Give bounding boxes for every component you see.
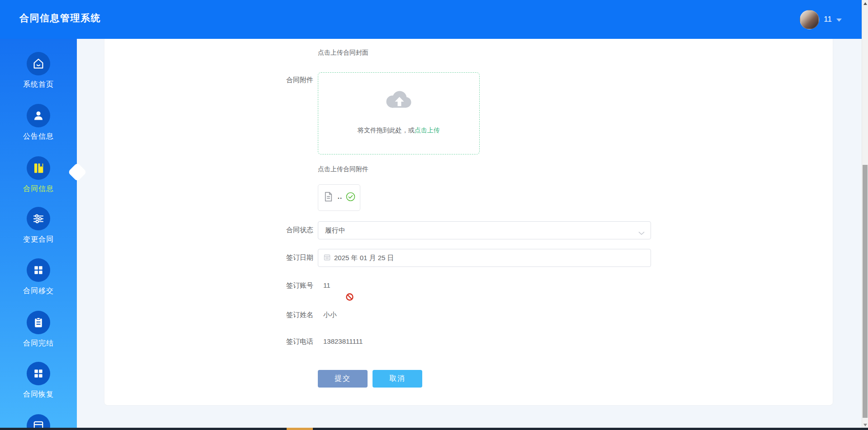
sidebar-item-announcements[interactable]: 公告信息 [0, 104, 77, 141]
scroll-down-button[interactable] [862, 421, 868, 428]
triangle-up-icon [863, 2, 867, 5]
sliders-icon [27, 207, 50, 230]
status-value: 履行中 [325, 226, 345, 235]
status-label: 合同状态 [250, 226, 313, 234]
cancel-button[interactable]: 取消 [373, 370, 422, 388]
clipboard-icon [27, 311, 50, 334]
attachment-label: 合同附件 [250, 76, 313, 84]
sidebar-item-restore-contract[interactable]: 合同恢复 [0, 362, 77, 399]
app-window: 合同信息管理系统 11 系统首页 公告信息 [0, 0, 868, 430]
sign-date-value: 2025 年 01 月 25 日 [334, 254, 394, 262]
sidebar-item-change-contract[interactable]: 变更合同 [0, 207, 77, 244]
contract-status-select[interactable]: 履行中 [318, 221, 651, 239]
sign-name-value: 小小 [323, 311, 337, 319]
file-dropzone[interactable]: 将文件拖到此处，或点击上传 [318, 72, 480, 154]
cover-upload-hint: 点击上传合同封面 [318, 49, 368, 57]
not-allowed-cursor-icon [345, 293, 354, 303]
file-name: .. [338, 192, 342, 200]
click-upload-link[interactable]: 点击上传 [415, 126, 440, 134]
chevron-down-icon [638, 229, 645, 237]
book-icon [27, 156, 50, 180]
dropzone-hint: 将文件拖到此处，或 [358, 126, 415, 134]
sidebar-item-label: 公告信息 [0, 132, 77, 141]
scrollbar-thumb[interactable] [863, 165, 868, 418]
grid-icon [27, 258, 50, 282]
sidebar-item-label: 合同恢复 [0, 390, 77, 399]
bottom-strip-highlight [287, 428, 313, 430]
scroll-up-button[interactable] [862, 0, 868, 7]
upload-cloud-icon [383, 88, 415, 112]
app-title: 合同信息管理系统 [19, 12, 101, 24]
attachment-upload-hint: 点击上传合同附件 [318, 165, 368, 173]
sidebar-item-label: 合同完结 [0, 339, 77, 348]
sign-account-label: 签订账号 [250, 281, 313, 290]
vertical-scrollbar[interactable] [862, 0, 868, 430]
uploaded-file-item[interactable]: .. [318, 184, 360, 211]
sign-name-label: 签订姓名 [250, 311, 313, 319]
triangle-down-icon [863, 424, 867, 426]
sign-phone-label: 签订电话 [250, 337, 313, 346]
sidebar-item-label: 变更合同 [0, 235, 77, 244]
dropzone-text: 将文件拖到此处，或点击上传 [318, 126, 479, 135]
main-content: 点击上传合同封面 合同附件 将文件拖到此处，或点击上传 [77, 39, 862, 430]
grid-icon [27, 362, 50, 385]
sign-account-value: 11 [323, 281, 330, 289]
calendar-icon [324, 254, 330, 262]
sign-phone-value: 13823811111 [323, 337, 363, 345]
username-label: 11 [824, 15, 832, 24]
top-header-bar: 合同信息管理系统 11 [0, 0, 868, 39]
user-avatar[interactable] [800, 10, 819, 29]
bottom-edge-strip [0, 428, 868, 430]
user-menu[interactable]: 11 [800, 0, 842, 39]
sidebar-item-contracts[interactable]: 合同信息 [0, 156, 77, 194]
sign-date-input[interactable]: 2025 年 01 月 25 日 [318, 249, 651, 267]
sidebar-item-transfer-contract[interactable]: 合同移交 [0, 258, 77, 296]
sidebar-item-home[interactable]: 系统首页 [0, 52, 77, 89]
sidebar-item-label: 系统首页 [0, 80, 77, 89]
sign-date-label: 签订日期 [250, 253, 313, 262]
sidebar-item-finish-contract[interactable]: 合同完结 [0, 311, 77, 348]
contract-form-card: 点击上传合同封面 合同附件 将文件拖到此处，或点击上传 [104, 39, 833, 406]
sidebar-item-label: 合同移交 [0, 286, 77, 296]
upload-success-icon [345, 192, 356, 204]
submit-button[interactable]: 提交 [318, 370, 368, 388]
sidebar-nav: 系统首页 公告信息 合同信息 [0, 39, 77, 430]
home-icon [27, 52, 50, 75]
user-icon [27, 104, 50, 127]
caret-down-icon [836, 19, 842, 22]
sidebar-item-label: 合同信息 [0, 184, 77, 194]
document-icon [322, 191, 335, 205]
